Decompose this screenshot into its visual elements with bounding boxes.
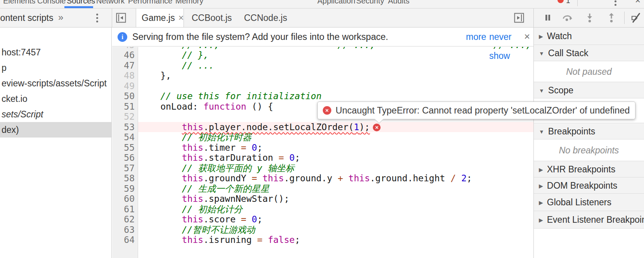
tab-audits[interactable]: Audits [388, 0, 410, 1]
section-scope[interactable]: ▼Scope [534, 82, 644, 98]
devtools-menu-icon[interactable] [615, 0, 616, 6]
devtools-close-icon[interactable]: × [635, 0, 641, 0]
tab-sources[interactable]: Sources [67, 0, 95, 1]
code-line-46: 46 // }, [112, 50, 533, 60]
expanded-arrow-icon: ▼ [539, 45, 544, 62]
show-debugger-panel-icon[interactable] [514, 13, 524, 23]
code-text: // }, [138, 50, 533, 60]
section-label: Breakpoints [548, 126, 595, 136]
inline-error-icon[interactable]: × [373, 124, 381, 131]
section-label: Scope [548, 85, 573, 95]
code-text: this.starDuration = 0; [138, 153, 533, 163]
file-item-socket-io[interactable]: cket.io [0, 91, 111, 107]
line-number[interactable]: 45 [112, 47, 138, 50]
code-text: // ..., // ..., // ..., [138, 47, 533, 50]
infobar-more-link[interactable]: more [466, 28, 486, 46]
tab-security[interactable]: Security [356, 0, 384, 1]
code-line-45: 45 // ..., // ..., // ..., [112, 47, 533, 50]
section-call-stack[interactable]: ▼Call Stack [534, 45, 644, 61]
error-count-badge [557, 0, 564, 3]
line-number[interactable]: 57 [112, 163, 138, 174]
step-out-icon[interactable] [606, 12, 617, 23]
code-line-58: 58 this.groundY = this.ground.y + this.g… [112, 173, 533, 184]
line-number[interactable]: 51 [112, 101, 138, 112]
error-tooltip-text: Uncaught TypeError: Cannot read property… [336, 105, 630, 116]
more-tabs-chevron-icon[interactable]: » [58, 9, 63, 26]
main-tabbar: Elements Console Sources Network Perform… [0, 0, 644, 9]
line-number[interactable]: 61 [112, 204, 138, 215]
file-item-index[interactable]: dex) [0, 122, 111, 138]
second-toolbar-row: Content scripts » Game.js× CCBoot.js CCN… [0, 9, 644, 28]
line-number[interactable]: 64 [112, 235, 138, 245]
tab-console[interactable]: Console [37, 0, 66, 1]
error-count: 1 [566, 0, 570, 1]
tab-memory[interactable]: Memory [175, 0, 203, 1]
code-line-57: 57 // 获取地平面的 y 轴坐标 [112, 163, 533, 174]
code-line-64: 64 this.isruning = false; [112, 235, 533, 245]
line-number[interactable]: 63 [112, 225, 138, 235]
line-number[interactable]: 48 [112, 71, 138, 81]
section-watch[interactable]: ▶Watch [534, 28, 644, 45]
call-stack-status: Not paused [534, 61, 644, 82]
navigator-menu-icon[interactable] [96, 14, 98, 22]
line-number[interactable]: 60 [112, 194, 138, 204]
debugger-sidebar: ▶Watch ▼Call Stack Not paused ▼Scope ▼Br… [533, 28, 644, 258]
step-over-icon[interactable] [562, 12, 573, 23]
line-number[interactable]: 56 [112, 153, 138, 163]
devtools-window: Elements Console Sources Network Perform… [0, 0, 644, 258]
section-event-listener-breakpoints[interactable]: ▶Event Listener Breakpoints [534, 211, 644, 229]
code-line-54: 54 // 初始化计时器 [112, 132, 533, 143]
code-text: // ... [138, 60, 533, 71]
tab-performance[interactable]: Performance [128, 0, 173, 1]
infobar-close-icon[interactable]: × [524, 28, 530, 46]
editor-tabstrip: Game.js× CCBoot.js CCNode.js [112, 9, 533, 27]
line-number[interactable]: 58 [112, 173, 138, 184]
code-lines: 45 // ..., // ..., // ...,46 // },47 // … [112, 47, 533, 245]
collapsed-arrow-icon: ▶ [539, 178, 543, 194]
code-line-59: 59 // 生成一个新的星星 [112, 184, 533, 194]
line-number[interactable]: 54 [112, 132, 138, 143]
code-text: // 初始化计时器 [138, 132, 533, 143]
code-text: this.groundY = this.ground.y + this.grou… [138, 173, 533, 184]
line-number[interactable]: 53 [112, 122, 138, 132]
file-item-p[interactable]: p [0, 60, 111, 76]
section-xhr-breakpoints[interactable]: ▶XHR Breakpoints [534, 161, 644, 177]
deactivate-breakpoints-icon[interactable] [631, 12, 642, 23]
tab-close-icon[interactable]: × [178, 12, 184, 23]
file-item-host-7457[interactable]: host:7457 [0, 45, 111, 60]
line-number[interactable]: 55 [112, 143, 138, 153]
section-dom-breakpoints[interactable]: ▶DOM Breakpoints [534, 177, 644, 194]
code-text: }, [138, 71, 533, 81]
code-line-55: 55 this.timer = 0; [112, 143, 533, 153]
line-number[interactable]: 49 [112, 81, 138, 91]
tab-elements[interactable]: Elements [3, 0, 35, 1]
code-text: // 获取地平面的 y 轴坐标 [138, 163, 533, 174]
pause-script-icon[interactable] [542, 12, 553, 23]
section-global-listeners[interactable]: ▶Global Listeners [534, 194, 644, 211]
navigator-tab-content-scripts[interactable]: Content scripts [0, 9, 53, 27]
file-item-preview-scripts[interactable]: eview-scripts/assets/Script [0, 76, 111, 91]
editor-tab-ccboot-js[interactable]: CCBoot.js [192, 9, 232, 27]
section-breakpoints[interactable]: ▼Breakpoints [534, 123, 644, 139]
line-number[interactable]: 52 [112, 112, 138, 122]
code-line-61: 61 // 初始化计分 [112, 204, 533, 215]
hide-navigator-icon[interactable] [116, 13, 126, 23]
toolbar-divider [577, 0, 578, 6]
tab-network[interactable]: Network [96, 0, 125, 1]
navigator-header: Content scripts » [0, 9, 112, 27]
infobar-message: Serving from the file system? Add your f… [132, 28, 388, 46]
line-number[interactable]: 59 [112, 184, 138, 194]
line-number[interactable]: 47 [112, 60, 138, 71]
code-viewport[interactable]: 45 // ..., // ..., // ...,46 // },47 // … [112, 47, 533, 258]
line-number[interactable]: 62 [112, 214, 138, 225]
file-navigator: host:7457 p eview-scripts/assets/Script … [0, 28, 112, 258]
editor-tab-game-js[interactable]: Game.js× [136, 9, 184, 27]
editor-tab-ccnode-js[interactable]: CCNode.js [244, 9, 287, 27]
code-text [138, 81, 533, 91]
line-number[interactable]: 46 [112, 50, 138, 60]
collapsed-arrow-icon: ▶ [539, 162, 543, 178]
step-into-icon[interactable] [584, 12, 595, 23]
line-number[interactable]: 50 [112, 91, 138, 101]
tab-application[interactable]: Application [317, 0, 355, 1]
file-item-assets-script[interactable]: sets/Script [0, 107, 111, 122]
